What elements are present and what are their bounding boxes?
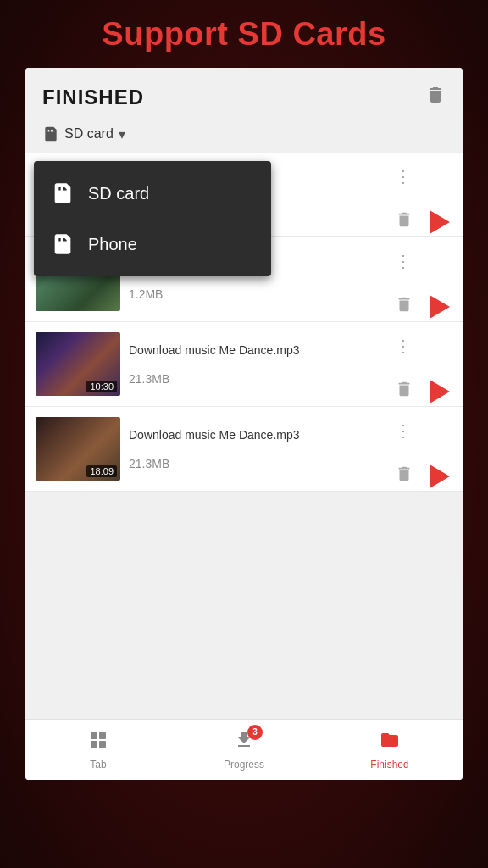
item-name: Download music Me Dance.mp3 (129, 427, 383, 442)
trash-icon (395, 380, 413, 398)
finished-label: Finished (370, 759, 408, 771)
svg-rect-3 (99, 732, 106, 739)
app-header: Support SD Cards (0, 0, 488, 68)
delete-all-button[interactable] (425, 85, 446, 110)
delete-button[interactable] (391, 207, 417, 237)
title-accent: SD Cards (238, 16, 386, 52)
sd-selector-button[interactable]: SD card ▾ (42, 125, 125, 142)
item-info: Download music Me Dance.mp3 21.3MB (129, 342, 383, 385)
tab-icon (88, 730, 108, 755)
svg-rect-4 (91, 741, 97, 748)
item-menu-button[interactable]: ⋮ (391, 248, 415, 275)
play-button[interactable] (424, 462, 452, 491)
delete-all-icon (425, 85, 446, 105)
item-size: 21.3MB (129, 457, 383, 470)
sd-selector-area: SD card ▾ SD card Phone (25, 119, 463, 153)
progress-icon: 3 (234, 730, 254, 755)
delete-button[interactable] (391, 292, 417, 322)
trash-icon (395, 465, 413, 483)
item-right: ⋮ (391, 417, 452, 481)
card-header: FINISHED (25, 68, 463, 119)
item-menu-button[interactable]: ⋮ (391, 417, 415, 444)
action-buttons (391, 207, 452, 237)
thumbnail: 10:30 (36, 332, 120, 396)
item-name: Download music Me Dance.mp3 (129, 342, 383, 358)
play-icon (430, 295, 450, 319)
delete-button[interactable] (391, 461, 417, 492)
play-button[interactable] (424, 377, 452, 406)
sd-selector-label: SD card (64, 126, 114, 142)
nav-finished[interactable]: Finished (317, 723, 463, 777)
phone-option-label: Phone (88, 235, 137, 254)
item-info: Download music Me Dance.mp3 21.3MB (129, 427, 383, 470)
duration-badge: 10:30 (86, 381, 117, 392)
trash-icon (395, 210, 413, 229)
sd-card-icon (42, 125, 59, 142)
play-icon (430, 210, 450, 234)
duration-badge: 18:09 (86, 465, 117, 477)
chevron-down-icon: ▾ (119, 126, 125, 142)
action-buttons (391, 461, 452, 492)
list-item: 18:09 Download music Me Dance.mp3 21.3MB… (25, 407, 463, 492)
section-title: FINISHED (42, 86, 144, 109)
tab-label: Tab (90, 759, 106, 771)
play-button[interactable] (424, 208, 452, 236)
svg-rect-5 (99, 741, 106, 748)
list-item: 10:30 Download music Me Dance.mp3 21.3MB… (25, 322, 463, 407)
thumbnail: 18:09 (36, 417, 120, 481)
item-right: ⋮ (391, 163, 452, 226)
sd-option-icon (51, 181, 75, 205)
phone-option-icon (51, 232, 75, 256)
sd-option-label: SD card (88, 184, 149, 203)
bottom-navigation: Tab 3 Progress Finished (25, 719, 463, 780)
svg-rect-2 (91, 732, 97, 739)
title-normal: Support (102, 16, 237, 52)
nav-tab[interactable]: Tab (25, 723, 171, 777)
sd-dropdown-menu: SD card Phone (34, 161, 271, 276)
svg-rect-1 (434, 92, 435, 100)
progress-badge: 3 (247, 725, 263, 740)
play-button[interactable] (424, 292, 452, 321)
svg-rect-0 (437, 92, 439, 100)
item-size: 1.2MB (129, 287, 383, 301)
action-buttons (391, 376, 452, 407)
play-icon (430, 380, 450, 403)
item-menu-button[interactable]: ⋮ (391, 332, 415, 359)
dropdown-option-phone[interactable]: Phone (34, 219, 271, 270)
finished-icon (380, 730, 400, 755)
app-title: Support SD Cards (102, 16, 385, 53)
nav-progress[interactable]: 3 Progress (171, 723, 317, 777)
main-card: FINISHED SD card ▾ SD card (25, 68, 463, 780)
delete-button[interactable] (391, 376, 417, 407)
progress-label: Progress (224, 759, 264, 771)
item-right: ⋮ (391, 248, 452, 311)
item-size: 21.3MB (129, 372, 383, 386)
action-buttons (391, 292, 452, 322)
dropdown-option-sd[interactable]: SD card (34, 168, 271, 219)
play-icon (430, 465, 450, 488)
item-right: ⋮ (391, 332, 452, 396)
trash-icon (395, 295, 413, 314)
item-menu-button[interactable]: ⋮ (391, 163, 415, 190)
